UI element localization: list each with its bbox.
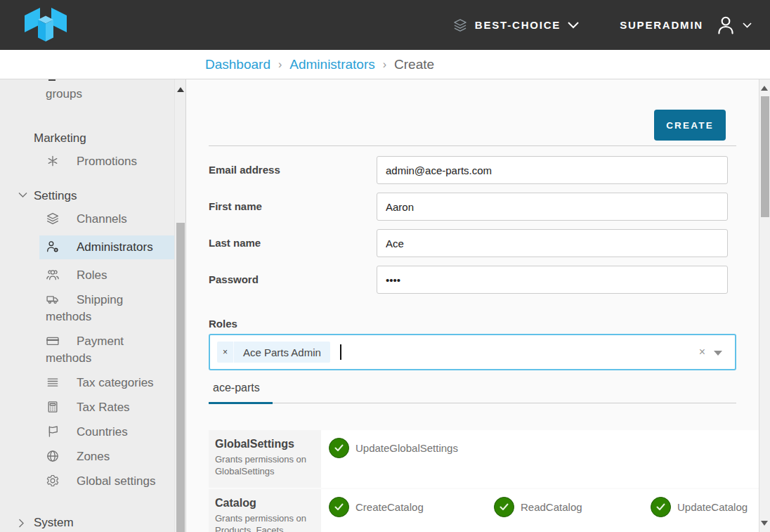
check-icon xyxy=(334,444,344,452)
sidebar-item-payment-methods[interactable]: Payment methods xyxy=(0,333,185,367)
credit-card-icon xyxy=(46,334,60,348)
permission-label: ReadCatalog xyxy=(521,497,582,518)
scroll-down-icon[interactable] xyxy=(761,521,768,526)
check-icon xyxy=(656,503,665,511)
roles-select[interactable]: × Ace Parts Admin × xyxy=(209,334,736,370)
first-name-field[interactable] xyxy=(377,193,728,221)
layers-icon xyxy=(46,212,60,226)
breadcrumb-dashboard[interactable]: Dashboard xyxy=(205,57,270,72)
nav-section-marketing: Marketing xyxy=(0,131,185,146)
breadcrumb-separator: › xyxy=(383,58,386,71)
permission-group-title: GlobalSettings xyxy=(215,438,314,450)
chevron-right-icon xyxy=(18,519,25,528)
truck-icon xyxy=(46,292,60,306)
channel-label: BEST-CHOICE xyxy=(475,19,561,31)
breadcrumb: Dashboard › Administrators › Create xyxy=(0,50,770,79)
sidebar-item-customer-groups[interactable]: groups xyxy=(0,86,185,103)
main-scrollbar[interactable] xyxy=(759,79,770,532)
password-field[interactable] xyxy=(377,266,728,294)
chevron-down-icon xyxy=(18,192,27,198)
chevron-down-icon xyxy=(743,22,752,28)
permissions-table: GlobalSettings Grants permissions on Glo… xyxy=(209,430,759,532)
top-bar: BEST-CHOICE SUPERADMIN xyxy=(0,0,770,50)
permission-label: UpdateGlobalSettings xyxy=(355,438,458,459)
header-divider xyxy=(209,145,736,146)
check-icon xyxy=(500,503,509,511)
flag-icon xyxy=(46,424,60,439)
tab-ace-parts[interactable]: ace-parts xyxy=(209,379,273,404)
toggle-update-globalsettings[interactable] xyxy=(329,438,349,458)
vendure-logo[interactable] xyxy=(23,6,68,44)
permission-group-title: Catalog xyxy=(215,497,314,510)
chevron-down-icon xyxy=(568,22,579,29)
sidebar-item-shipping-methods[interactable]: Shipping methods xyxy=(0,292,185,325)
nav-section-settings[interactable]: Settings xyxy=(0,188,185,204)
clipped-icon xyxy=(48,79,56,81)
channel-tabs: ace-parts xyxy=(209,379,736,403)
permission-row-globalsettings: GlobalSettings Grants permissions on Glo… xyxy=(209,430,759,488)
chip-remove-icon[interactable]: × xyxy=(217,342,234,363)
roles-label: Roles xyxy=(209,318,736,330)
person-icon xyxy=(714,14,737,37)
sidebar-item-roles[interactable]: Roles xyxy=(0,267,185,284)
main-content: CREATE Email address First name Last nam… xyxy=(185,79,759,532)
sidebar-item-promotions[interactable]: Promotions xyxy=(0,153,185,170)
permission-group-description: Grants permissions on GlobalSettings xyxy=(215,453,314,477)
main-scrollbar-thumb[interactable] xyxy=(761,96,769,217)
users-icon xyxy=(46,268,60,282)
cog-icon xyxy=(46,474,60,488)
email-address-label: Email address xyxy=(209,156,377,184)
administrator-form: Email address First name Last name Passw… xyxy=(209,156,736,294)
sidebar-scrollbar[interactable] xyxy=(174,79,185,532)
breadcrumb-separator: › xyxy=(278,58,282,71)
permission-cell: ReadCatalog xyxy=(486,489,643,532)
asterisk-icon xyxy=(46,154,60,168)
caret-down-icon[interactable] xyxy=(714,351,722,356)
calculator-icon xyxy=(46,400,60,414)
role-chip-label: Ace Parts Admin xyxy=(234,346,330,358)
role-chip: × Ace Parts Admin xyxy=(217,342,330,363)
password-label: Password xyxy=(209,266,377,294)
sidebar-item-administrators[interactable]: Administrators xyxy=(39,235,174,259)
sidebar-nav: groups Marketing Promotions Settings Cha… xyxy=(0,79,185,532)
sidebar-item-tax-rates[interactable]: Tax Rates xyxy=(0,399,185,416)
sidebar-item-tax-categories[interactable]: Tax categories xyxy=(0,375,185,391)
sidebar-item-countries[interactable]: Countries xyxy=(0,424,185,441)
channel-switcher[interactable]: BEST-CHOICE xyxy=(452,18,579,33)
check-icon xyxy=(334,503,344,511)
topbar-right: BEST-CHOICE SUPERADMIN xyxy=(452,14,770,37)
sidebar-item-channels[interactable]: Channels xyxy=(0,211,185,228)
clear-icon[interactable]: × xyxy=(699,346,705,358)
permission-cell: UpdateGlobalSettings xyxy=(321,430,486,488)
layers-icon xyxy=(452,18,468,33)
first-name-label: First name xyxy=(209,193,377,221)
toggle-update-catalog[interactable] xyxy=(651,497,671,517)
permission-group-description: Grants permissions on Products, Facets xyxy=(215,512,314,532)
text-cursor xyxy=(340,344,341,360)
breadcrumb-current: Create xyxy=(394,57,434,72)
last-name-label: Last name xyxy=(209,229,377,257)
last-name-field[interactable] xyxy=(377,229,728,257)
permission-label: CreateCatalog xyxy=(355,497,424,518)
permission-cell: CreateCatalog xyxy=(321,489,486,532)
sidebar-item-global-settings[interactable]: Global settings xyxy=(0,473,185,490)
permission-group-header: GlobalSettings Grants permissions on Glo… xyxy=(209,430,321,488)
permission-row-catalog: Catalog Grants permissions on Products, … xyxy=(209,489,759,532)
toggle-create-catalog[interactable] xyxy=(329,497,349,517)
create-button[interactable]: CREATE xyxy=(654,110,726,141)
toggle-read-catalog[interactable] xyxy=(494,497,514,517)
user-gear-icon xyxy=(46,240,60,254)
scroll-up-icon[interactable] xyxy=(761,86,768,91)
permission-group-header: Catalog Grants permissions on Products, … xyxy=(209,489,321,532)
sidebar-scrollbar-thumb[interactable] xyxy=(176,223,185,532)
sidebar-item-zones[interactable]: Zones xyxy=(0,448,185,465)
user-label: SUPERADMIN xyxy=(620,19,703,31)
scroll-up-icon[interactable] xyxy=(177,87,184,92)
user-menu[interactable]: SUPERADMIN xyxy=(620,14,752,37)
email-address-field[interactable] xyxy=(377,156,728,184)
list-icon xyxy=(46,375,60,389)
globe-icon xyxy=(46,449,60,463)
breadcrumb-administrators[interactable]: Administrators xyxy=(289,57,374,72)
nav-section-system[interactable]: System xyxy=(0,515,185,531)
permission-cell: UpdateCatalog xyxy=(643,489,759,532)
